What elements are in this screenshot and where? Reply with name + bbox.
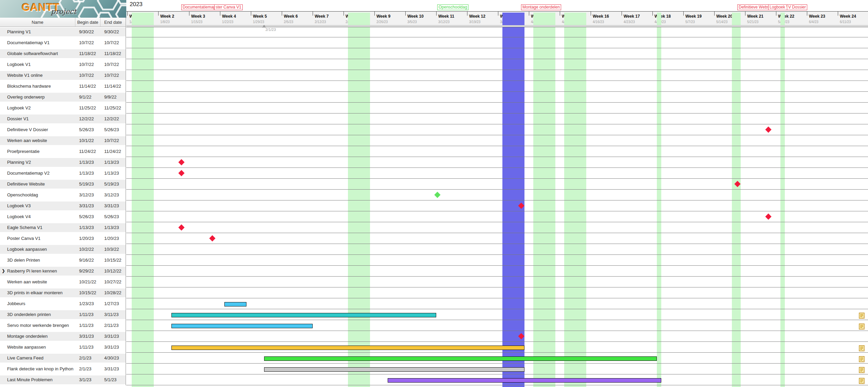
week-label: Week 3 — [191, 14, 205, 19]
task-bar[interactable] — [264, 356, 657, 361]
task-end-cell: 1/13/23 — [104, 168, 125, 179]
table-row[interactable]: Werken aan website10/1/2210/7/22 — [0, 135, 126, 146]
table-row[interactable]: Poster Canva V11/20/231/20/23 — [0, 233, 126, 244]
milestone-diamond[interactable] — [765, 213, 771, 219]
task-end-cell: 10/7/22 — [104, 70, 125, 81]
milestone-diamond[interactable] — [765, 126, 771, 133]
task-bar[interactable] — [171, 313, 436, 317]
task-bar[interactable] — [171, 324, 313, 328]
task-end-cell: 10/3/22 — [104, 244, 125, 255]
table-row[interactable]: Definitieve V Dossier5/26/235/26/23 — [0, 124, 126, 135]
task-begin-cell: 1/23/23 — [79, 298, 100, 309]
table-row[interactable]: Documentatiemap V110/7/2210/7/22 — [0, 37, 126, 48]
table-row[interactable]: Werken aan website10/21/2210/27/22 — [0, 277, 126, 287]
table-row[interactable]: 3D delen Printen9/16/2210/15/22 — [0, 255, 126, 266]
milestone-diamond[interactable] — [209, 235, 215, 241]
table-row[interactable]: Flank detectie van knop in Python2/1/233… — [0, 364, 126, 374]
week-label: Week 6 — [284, 14, 298, 19]
chart-row-separator — [126, 363, 868, 364]
chart-row-separator — [126, 211, 868, 211]
chart-row-separator — [126, 157, 868, 157]
task-name-cell: Documentatiemap V1 — [7, 37, 74, 48]
ganttproject-window: GANTT project Name Begin date End date P… — [0, 0, 868, 387]
table-row[interactable]: Logboek aanpassen10/2/2210/3/22 — [0, 244, 126, 255]
table-row[interactable]: Planning V21/13/231/13/23 — [0, 157, 126, 168]
milestone-diamond[interactable] — [178, 224, 184, 230]
chart-row-separator — [126, 244, 868, 244]
table-row[interactable]: Definitieve Website5/19/235/19/23 — [0, 179, 126, 190]
task-name-cell: Website V1 online — [7, 70, 74, 81]
week-tick — [127, 12, 128, 16]
column-header-end[interactable]: End date — [100, 18, 126, 27]
table-row[interactable]: 3D onderdelen printen1/11/233/11/23 — [0, 309, 126, 320]
table-row[interactable]: Blokschema hardware11/14/2211/14/22 — [0, 81, 126, 92]
week-start-date: 5/14/23 — [716, 20, 727, 24]
timescale-rule — [126, 11, 868, 12]
task-end-cell: 1/27/23 — [104, 298, 125, 309]
week-start-date: 1/15/23 — [191, 20, 202, 24]
milestone-diamond[interactable] — [178, 170, 184, 176]
timescale-marker-date: 2/1/23 — [265, 28, 276, 32]
week-start-date: 4/23/23 — [624, 20, 635, 24]
task-note-icon — [859, 313, 865, 319]
task-name-cell: 3D prints in elkaar monteren — [7, 287, 74, 298]
table-row[interactable]: Website aanpassen1/11/233/31/23 — [0, 342, 126, 353]
milestone-diamond[interactable] — [434, 192, 440, 198]
task-begin-cell: 12/2/22 — [79, 113, 100, 124]
table-row[interactable]: Logboek V45/26/235/26/23 — [0, 211, 126, 222]
week-label: Week 9 — [376, 14, 390, 19]
task-begin-cell: 3/12/23 — [79, 190, 100, 200]
task-bar[interactable] — [171, 346, 524, 350]
task-bar[interactable] — [264, 367, 524, 372]
task-end-cell: 10/7/22 — [104, 135, 125, 146]
table-row[interactable]: Eagle Schema V11/13/231/13/23 — [0, 222, 126, 233]
table-row[interactable]: Proefpresentatie11/24/2211/24/22 — [0, 146, 126, 157]
table-row[interactable]: Servo motor werkende brengen1/11/232/11/… — [0, 320, 126, 331]
chart-row-separator — [126, 200, 868, 200]
chart-row-separator — [126, 135, 868, 135]
task-begin-cell: 1/11/23 — [79, 320, 100, 331]
table-row[interactable]: Logboek V33/31/233/31/23 — [0, 200, 126, 211]
chart-row-separator — [126, 341, 868, 342]
column-header-begin[interactable]: Begin date — [75, 18, 100, 27]
task-end-cell: 5/19/23 — [104, 179, 125, 190]
table-row[interactable]: ❯Rasberry Pi leren kennen9/29/2210/12/22 — [0, 266, 126, 277]
task-bar[interactable] — [388, 378, 661, 383]
table-row[interactable]: Website V1 online10/7/2210/7/22 — [0, 70, 126, 81]
task-begin-cell: 10/7/22 — [79, 37, 100, 48]
chart-row-separator — [126, 331, 868, 331]
table-row[interactable]: Overleg onderwerp9/1/229/9/22 — [0, 92, 126, 103]
table-row[interactable]: Logboek V211/25/2211/25/22 — [0, 103, 126, 113]
column-header-name[interactable]: Name — [0, 18, 75, 27]
task-begin-cell: 2/1/23 — [79, 364, 100, 374]
expander-arrow-icon[interactable]: ❯ — [2, 266, 5, 277]
table-row[interactable]: Last Minute Problemen3/1/235/1/23 — [0, 374, 126, 385]
timescale-marker-icon[interactable] — [262, 23, 266, 28]
task-bar[interactable] — [224, 302, 246, 306]
table-row[interactable]: Montage onderdelen3/31/233/31/23 — [0, 331, 126, 342]
table-row[interactable]: Documentatiemap V21/13/231/13/23 — [0, 168, 126, 179]
week-tick — [158, 12, 159, 16]
week-tick — [529, 12, 529, 16]
milestone-diamond[interactable] — [178, 159, 184, 165]
task-name-cell: Flank detectie van knop in Python — [7, 364, 74, 374]
table-row[interactable]: Live Camera Feed2/1/234/30/23 — [0, 353, 126, 364]
milestone-name-box: Openschooldag — [437, 4, 468, 10]
chart-row-separator — [126, 265, 868, 266]
table-row[interactable]: Jobbeurs1/23/231/27/23 — [0, 298, 126, 309]
task-name-cell: 3D onderdelen printen — [7, 309, 74, 320]
week-tick — [622, 12, 622, 16]
week-tick — [807, 12, 807, 16]
chart-row-separator — [126, 287, 868, 287]
table-row[interactable]: Globale softwareflowchart11/18/2211/18/2… — [0, 48, 126, 59]
table-row[interactable]: 3D prints in elkaar monteren10/15/2210/2… — [0, 287, 126, 298]
task-name-cell: Servo motor werkende brengen — [7, 320, 74, 331]
week-start-date: 1/8/23 — [160, 20, 170, 24]
task-name-cell: Logboek V4 — [7, 211, 74, 222]
table-row[interactable]: Planning V19/30/229/30/22 — [0, 27, 126, 37]
table-row[interactable]: Openschooldag3/12/233/12/23 — [0, 190, 126, 200]
task-note-icon — [859, 323, 865, 330]
chart-top-border — [126, 27, 868, 27]
table-row[interactable]: Dossier V112/2/2212/2/22 — [0, 113, 126, 124]
table-row[interactable]: Logboek V110/7/2210/7/22 — [0, 59, 126, 70]
